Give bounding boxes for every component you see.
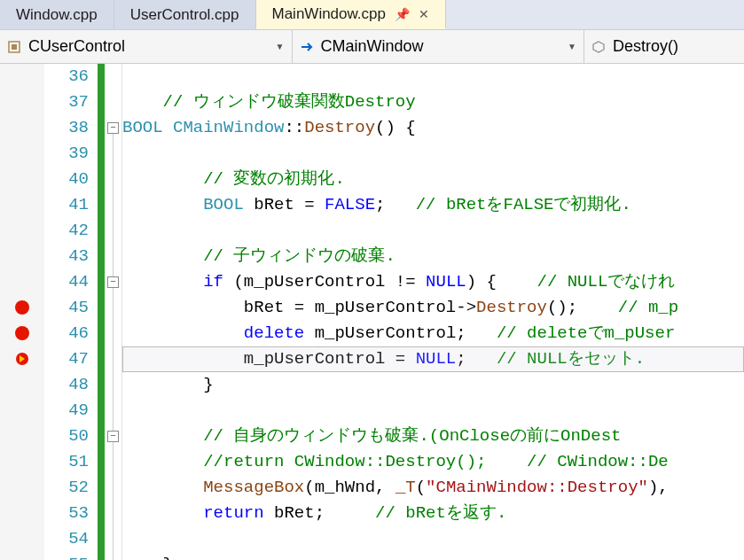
code-line[interactable]: if (m_pUserControl != NULL) { // NULLでなけ… bbox=[122, 269, 744, 295]
fold-toggle[interactable]: − bbox=[107, 122, 119, 134]
code-line[interactable] bbox=[122, 218, 744, 244]
code-line[interactable]: delete m_pUserControl; // deleteでm_pUser bbox=[122, 321, 744, 346]
line-number: 44 bbox=[44, 269, 89, 295]
code-line[interactable]: MessageBox(m_hWnd, _T("CMainWindow::Dest… bbox=[122, 475, 744, 501]
line-number: 43 bbox=[44, 244, 89, 269]
code-area[interactable]: // ウィンドウ破棄関数DestroyBOOL CMainWindow::Des… bbox=[122, 64, 744, 560]
code-line[interactable]: bRet = m_pUserControl->Destroy(); // m_p bbox=[122, 295, 744, 321]
code-line[interactable]: // 自身のウィンドウも破棄.(OnCloseの前にOnDest bbox=[122, 424, 744, 449]
tab-window-cpp[interactable]: Window.cpp bbox=[0, 0, 114, 29]
line-number: 38 bbox=[44, 115, 89, 141]
line-number: 52 bbox=[44, 475, 89, 501]
tab-bar: Window.cpp UserControl.cpp MainWindow.cp… bbox=[0, 0, 744, 30]
scope-label: CUserControl bbox=[28, 37, 125, 56]
class-icon bbox=[7, 40, 21, 54]
scope-dropdown[interactable]: CUserControl ▼ bbox=[0, 30, 293, 63]
code-line[interactable]: BOOL bRet = FALSE; // bRetをFALSEで初期化. bbox=[122, 192, 744, 218]
code-line[interactable] bbox=[122, 398, 744, 424]
code-line[interactable]: BOOL CMainWindow::Destroy() { bbox=[122, 115, 744, 141]
member-dropdown[interactable]: Destroy() bbox=[584, 30, 744, 63]
method-icon bbox=[591, 40, 606, 54]
tab-label: MainWindow.cpp bbox=[272, 5, 387, 23]
code-line[interactable]: m_pUserControl = NULL; // NULLをセット. bbox=[122, 346, 744, 372]
svg-rect-1 bbox=[12, 44, 17, 50]
line-numbers: 3637383940414243444546474849505152535455 bbox=[44, 64, 98, 560]
code-line[interactable]: return bRet; // bRetを返す. bbox=[122, 501, 744, 526]
code-editor[interactable]: 3637383940414243444546474849505152535455… bbox=[0, 64, 744, 560]
member-label: Destroy() bbox=[613, 37, 678, 56]
fold-toggle[interactable]: − bbox=[107, 431, 119, 442]
line-number: 46 bbox=[44, 321, 89, 346]
navigation-bar: CUserControl ▼ CMainWindow ▼ Destroy() bbox=[0, 30, 744, 64]
code-line[interactable]: } bbox=[122, 372, 744, 398]
code-line[interactable]: //return CWindow::Destroy(); // CWindow:… bbox=[122, 449, 744, 475]
line-number: 49 bbox=[44, 398, 89, 424]
code-line[interactable] bbox=[122, 526, 744, 552]
line-number: 55 bbox=[44, 552, 89, 560]
chevron-down-icon: ▼ bbox=[568, 42, 576, 51]
class-label: CMainWindow bbox=[321, 37, 424, 56]
line-number: 39 bbox=[44, 141, 89, 167]
tab-label: Window.cpp bbox=[16, 6, 98, 24]
change-indicator bbox=[98, 64, 105, 560]
chevron-down-icon: ▼ bbox=[276, 42, 285, 51]
breakpoint-margin[interactable] bbox=[0, 64, 44, 560]
code-line[interactable]: } bbox=[122, 552, 744, 560]
line-number: 48 bbox=[44, 372, 89, 398]
breakpoint-icon[interactable] bbox=[15, 326, 29, 340]
tab-usercontrol-cpp[interactable]: UserControl.cpp bbox=[114, 0, 256, 29]
class-dropdown[interactable]: CMainWindow ▼ bbox=[293, 30, 585, 63]
line-number: 45 bbox=[44, 295, 89, 321]
code-line[interactable]: // 子ウィンドウの破棄. bbox=[122, 244, 744, 269]
current-statement-icon[interactable] bbox=[15, 352, 29, 366]
arrow-icon bbox=[300, 40, 314, 54]
line-number: 47 bbox=[44, 346, 89, 372]
line-number: 54 bbox=[44, 526, 89, 552]
line-number: 50 bbox=[44, 424, 89, 449]
code-line[interactable]: // 変数の初期化. bbox=[122, 167, 744, 192]
line-number: 37 bbox=[44, 89, 89, 115]
line-number: 53 bbox=[44, 501, 89, 526]
close-icon[interactable]: ✕ bbox=[419, 7, 429, 21]
code-line[interactable]: // ウィンドウ破棄関数Destroy bbox=[122, 89, 744, 115]
tab-label: UserControl.cpp bbox=[130, 6, 239, 24]
line-number: 41 bbox=[44, 192, 89, 218]
line-number: 36 bbox=[44, 64, 89, 89]
breakpoint-icon[interactable] bbox=[15, 300, 29, 315]
line-number: 42 bbox=[44, 218, 89, 244]
fold-margin[interactable]: −−− bbox=[105, 64, 122, 560]
code-line[interactable] bbox=[122, 64, 744, 89]
fold-guide bbox=[113, 128, 114, 560]
fold-toggle[interactable]: − bbox=[107, 276, 119, 288]
line-number: 51 bbox=[44, 449, 89, 475]
line-number: 40 bbox=[44, 167, 89, 192]
pin-icon[interactable]: 📌 bbox=[395, 7, 410, 21]
tab-mainwindow-cpp[interactable]: MainWindow.cpp 📌 ✕ bbox=[256, 0, 447, 29]
code-line[interactable] bbox=[122, 141, 744, 167]
